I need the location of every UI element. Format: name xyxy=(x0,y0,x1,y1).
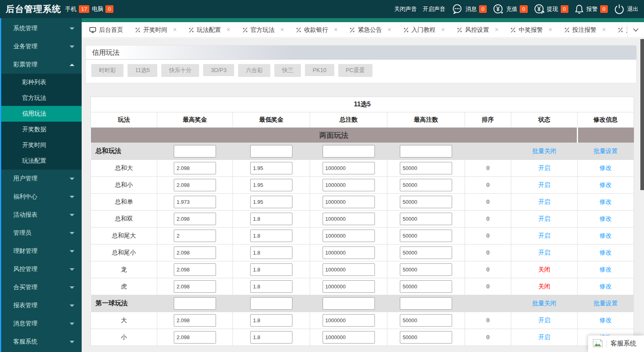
tab-7[interactable]: 风控设置× xyxy=(451,22,504,37)
max-bets-input[interactable] xyxy=(400,331,452,344)
batch-input-2[interactable] xyxy=(323,297,375,310)
sidebar-subitem-2-5[interactable]: 玩法配置 xyxy=(1,153,82,169)
tab-2[interactable]: 玩法配置× xyxy=(183,22,236,37)
sidebar-item-0[interactable]: 系统管理 xyxy=(1,19,82,37)
sidebar-subitem-2-4[interactable]: 开奖时间 xyxy=(1,137,82,153)
close-icon[interactable]: × xyxy=(602,26,606,33)
max-prize-input[interactable] xyxy=(174,246,216,259)
batch-input-2[interactable] xyxy=(323,145,375,157)
total-bets-input[interactable] xyxy=(323,331,375,344)
status-toggle-link[interactable]: 开启 xyxy=(538,164,550,171)
total-bets-input[interactable] xyxy=(323,213,375,225)
batch-input-3[interactable] xyxy=(400,297,452,310)
max-prize-input[interactable] xyxy=(174,280,216,293)
max-prize-input[interactable] xyxy=(174,213,216,225)
sidebar-item-5[interactable]: 活动报表 xyxy=(1,206,82,224)
edit-link[interactable]: 修改 xyxy=(600,266,612,273)
sidebar-subitem-2-3[interactable]: 开奖数据 xyxy=(1,122,82,137)
edit-link[interactable]: 修改 xyxy=(600,164,612,171)
close-icon[interactable]: × xyxy=(441,26,445,33)
status-toggle-link[interactable]: 开启 xyxy=(538,181,550,188)
max-prize-input[interactable] xyxy=(174,230,216,242)
min-prize-input[interactable] xyxy=(250,213,292,225)
game-tab-5[interactable]: 快三 xyxy=(274,64,301,77)
max-bets-input[interactable] xyxy=(400,162,452,174)
sidebar-item-10[interactable]: 报表管理 xyxy=(1,296,82,315)
sidebar-subitem-2-1[interactable]: 官方玩法 xyxy=(1,90,82,106)
close-icon[interactable]: × xyxy=(334,26,337,33)
sidebar-item-3[interactable]: 用户管理 xyxy=(1,170,82,188)
batch-set-link[interactable]: 批量设置 xyxy=(594,147,618,154)
max-prize-input[interactable] xyxy=(174,331,216,344)
batch-input-3[interactable] xyxy=(400,145,452,157)
recharge-button[interactable]: 充值 0 xyxy=(493,4,527,14)
total-bets-input[interactable] xyxy=(323,263,375,276)
tabs-overflow-button[interactable] xyxy=(627,22,644,38)
sidebar-item-9[interactable]: 合买管理 xyxy=(1,278,82,296)
batch-close-link[interactable]: 批量关闭 xyxy=(532,300,556,306)
batch-input-0[interactable] xyxy=(174,297,216,310)
total-bets-input[interactable] xyxy=(323,314,375,327)
max-bets-input[interactable] xyxy=(400,230,452,242)
min-prize-input[interactable] xyxy=(250,314,292,327)
max-bets-input[interactable] xyxy=(400,246,452,259)
total-bets-input[interactable] xyxy=(323,162,375,174)
total-bets-input[interactable] xyxy=(323,230,375,242)
close-icon[interactable]: × xyxy=(495,26,498,33)
tab-6[interactable]: 入门教程× xyxy=(397,22,451,37)
tab-0[interactable]: 后台首页 xyxy=(83,22,129,37)
edit-link[interactable]: 修改 xyxy=(600,283,612,290)
close-icon[interactable]: × xyxy=(173,26,177,33)
status-toggle-link[interactable]: 开启 xyxy=(538,333,550,340)
sidebar-item-4[interactable]: 福利中心 xyxy=(1,188,82,206)
tab-9[interactable]: 投注报警× xyxy=(558,22,612,37)
game-tab-3[interactable]: 3D/P3 xyxy=(203,64,234,76)
max-prize-input[interactable] xyxy=(174,263,216,276)
game-tab-1[interactable]: 11选5 xyxy=(128,64,157,77)
sidebar-item-6[interactable]: 管理员 xyxy=(1,224,82,242)
max-bets-input[interactable] xyxy=(400,314,452,327)
max-bets-input[interactable] xyxy=(400,179,452,191)
close-icon[interactable]: × xyxy=(280,26,284,33)
sidebar-subitem-2-2[interactable]: 信用玩法 xyxy=(1,106,82,122)
status-toggle-link[interactable]: 关闭 xyxy=(538,266,550,273)
min-prize-input[interactable] xyxy=(250,179,292,191)
scrollbar-thumb[interactable] xyxy=(640,39,644,190)
min-prize-input[interactable] xyxy=(250,162,292,174)
status-toggle-link[interactable]: 开启 xyxy=(538,215,550,222)
status-toggle-link[interactable]: 关闭 xyxy=(538,283,550,290)
vertical-scrollbar[interactable] xyxy=(640,38,644,352)
min-prize-input[interactable] xyxy=(250,246,292,259)
game-tab-4[interactable]: 六合彩 xyxy=(238,64,270,77)
close-icon[interactable]: × xyxy=(387,26,391,33)
game-tab-6[interactable]: PK10 xyxy=(305,64,334,76)
withdraw-button[interactable]: 提现 0 xyxy=(534,4,568,14)
max-prize-input[interactable] xyxy=(174,314,216,327)
edit-link[interactable]: 修改 xyxy=(600,198,612,205)
max-bets-input[interactable] xyxy=(400,280,452,293)
batch-close-link[interactable]: 批量关闭 xyxy=(532,147,556,154)
status-toggle-link[interactable]: 开启 xyxy=(538,249,550,256)
batch-input-1[interactable] xyxy=(250,145,292,157)
max-prize-input[interactable] xyxy=(174,162,216,174)
batch-set-link[interactable]: 批量设置 xyxy=(594,300,618,306)
batch-input-1[interactable] xyxy=(250,297,292,310)
alarm-button[interactable]: 报警 0 xyxy=(574,4,608,14)
sidebar-item-2[interactable]: 彩票管理 xyxy=(1,56,82,74)
tab-4[interactable]: 收款银行× xyxy=(290,22,344,37)
sidebar-item-11[interactable]: 消息管理 xyxy=(1,315,82,333)
edit-link[interactable]: 修改 xyxy=(600,249,612,256)
edit-link[interactable]: 修改 xyxy=(600,181,612,188)
status-toggle-link[interactable]: 开启 xyxy=(538,317,550,323)
max-prize-input[interactable] xyxy=(174,179,216,191)
total-bets-input[interactable] xyxy=(323,196,375,208)
game-tab-0[interactable]: 时时彩 xyxy=(91,64,123,77)
tab-5[interactable]: 紧急公告× xyxy=(344,22,397,37)
total-bets-input[interactable] xyxy=(323,246,375,259)
max-bets-input[interactable] xyxy=(400,196,452,208)
max-bets-input[interactable] xyxy=(400,263,452,276)
edit-link[interactable]: 修改 xyxy=(600,232,612,239)
game-tab-2[interactable]: 快乐十分 xyxy=(161,64,199,77)
total-bets-input[interactable] xyxy=(323,179,375,191)
max-bets-input[interactable] xyxy=(400,213,452,225)
